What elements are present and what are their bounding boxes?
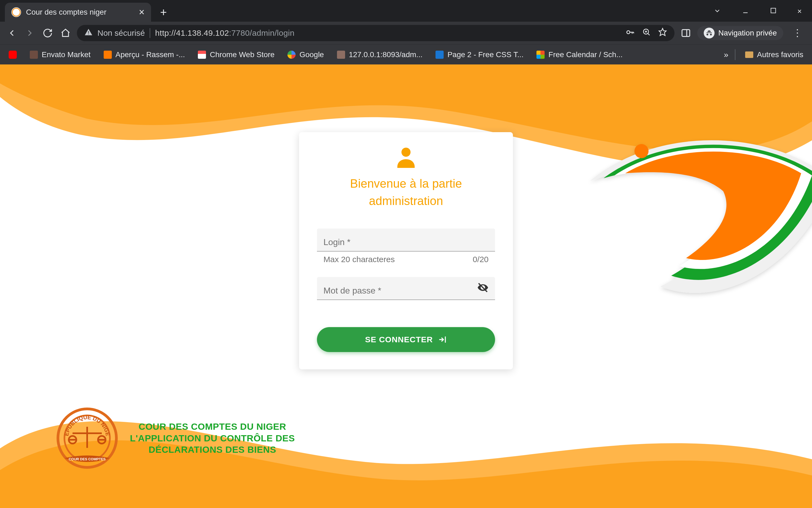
browser-chrome: Cour des comptes niger × + × <box>0 0 812 65</box>
bookmark-label: Chrome Web Store <box>210 50 274 59</box>
submit-label: SE CONNECTER <box>365 335 433 344</box>
browser-tab[interactable]: Cour des comptes niger × <box>5 3 151 22</box>
tabs-dropdown-icon[interactable] <box>709 5 725 19</box>
bookmark-icon <box>287 51 296 59</box>
bookmark-icon <box>337 51 345 59</box>
address-divider <box>150 28 150 38</box>
nav-home-icon[interactable] <box>59 27 72 40</box>
bookmark-label: Google <box>299 50 324 59</box>
security-label: Non sécurisé <box>97 29 145 38</box>
nav-forward-icon[interactable] <box>23 27 36 40</box>
login-counter: 0/20 <box>473 255 489 264</box>
toggle-password-visibility-icon[interactable] <box>477 282 489 294</box>
other-bookmarks-label: Autres favoris <box>757 50 803 59</box>
login-card: Bienvenue à la partieadministration Logi… <box>299 132 513 369</box>
bookmark-label: 127.0.0.1:8093/adm... <box>349 50 422 59</box>
bookmark-label: Page 2 - Free CSS T... <box>447 50 524 59</box>
bookmark-star-icon[interactable] <box>658 28 667 39</box>
new-tab-button[interactable]: + <box>155 4 172 20</box>
flag-ribbon-icon <box>574 135 812 335</box>
browser-toolbar: Non sécurisé http://41.138.49.102:7780/a… <box>0 22 812 44</box>
bookmark-icon <box>536 51 545 59</box>
footer-text: COUR DES COMPTES DU NIGER L'APPLICATION … <box>130 421 295 456</box>
tab-favicon-icon <box>11 7 21 17</box>
bookmark-envato[interactable]: Envato Market <box>27 48 94 61</box>
incognito-icon <box>704 28 715 38</box>
other-bookmarks[interactable]: Autres favoris <box>742 48 807 61</box>
bookmark-label: Envato Market <box>42 50 91 59</box>
youtube-icon <box>9 51 17 59</box>
submit-button[interactable]: SE CONNECTER <box>317 327 495 352</box>
user-icon <box>317 144 495 170</box>
insecure-icon <box>84 28 93 38</box>
incognito-indicator[interactable]: Navigation privée <box>697 26 783 40</box>
side-panel-icon[interactable] <box>679 27 692 40</box>
bookmarks-divider <box>735 49 735 60</box>
official-seal-icon: REPUBLIQUE DU NIGER COUR DES COMPTES <box>56 407 118 469</box>
bookmark-apercu[interactable]: Aperçu - Rassem -... <box>100 48 188 61</box>
bookmark-localhost[interactable]: 127.0.0.1:8093/adm... <box>334 48 426 61</box>
nav-back-icon[interactable] <box>5 27 18 40</box>
address-right-icons <box>625 28 667 39</box>
svg-rect-1 <box>771 8 775 13</box>
zoom-icon[interactable] <box>642 28 651 39</box>
window-minimize-icon[interactable] <box>737 5 754 19</box>
bookmark-freecss[interactable]: Page 2 - Free CSS T... <box>432 48 527 61</box>
password-key-icon[interactable] <box>625 28 634 39</box>
bookmark-freecalendar[interactable]: Free Calendar / Sch... <box>533 48 626 61</box>
bookmark-google[interactable]: Google <box>284 48 327 61</box>
bookmark-icon <box>30 51 38 59</box>
bookmark-label: Free Calendar / Sch... <box>548 50 623 59</box>
bookmark-icon <box>436 51 444 59</box>
svg-line-7 <box>648 33 649 35</box>
bookmark-label: Aperçu - Rassem -... <box>116 50 185 59</box>
page-viewport: Bienvenue à la partieadministration Logi… <box>0 65 812 508</box>
login-hint-row: Max 20 characteres 0/20 <box>317 252 495 264</box>
bookmark-youtube[interactable] <box>5 48 20 61</box>
window-controls: × <box>709 5 806 19</box>
window-maximize-icon[interactable] <box>765 5 781 19</box>
login-arrow-icon <box>438 335 447 344</box>
browser-menu-icon[interactable]: ⋮ <box>788 25 807 41</box>
bookmarks-bar: Envato Market Aperçu - Rassem -... Chrom… <box>0 44 812 65</box>
svg-point-13 <box>634 144 648 158</box>
password-label: Mot de passe * <box>323 286 489 296</box>
svg-rect-11 <box>682 30 690 36</box>
bookmark-icon <box>198 51 206 59</box>
tab-strip: Cour des comptes niger × + <box>0 0 812 22</box>
address-bar[interactable]: Non sécurisé http://41.138.49.102:7780/a… <box>77 25 675 41</box>
incognito-label: Navigation privée <box>718 29 777 37</box>
svg-marker-10 <box>659 28 666 36</box>
login-field[interactable]: Login * <box>317 228 495 252</box>
nav-reload-icon[interactable] <box>41 27 54 40</box>
bookmark-chrome-store[interactable]: Chrome Web Store <box>195 48 278 61</box>
svg-point-14 <box>401 147 411 157</box>
card-title: Bienvenue à la partieadministration <box>317 175 495 210</box>
window-close-icon[interactable]: × <box>793 5 806 19</box>
svg-point-2 <box>627 31 630 34</box>
svg-text:COUR DES COMPTES: COUR DES COMPTES <box>69 457 106 461</box>
password-field[interactable]: Mot de passe * <box>317 277 495 300</box>
tab-title: Cour des comptes niger <box>26 8 134 16</box>
login-label: Login * <box>323 237 489 247</box>
tab-close-icon[interactable]: × <box>139 7 144 17</box>
bookmarks-overflow-icon[interactable]: » <box>724 50 728 59</box>
folder-icon <box>745 51 753 58</box>
url-text: http://41.138.49.102:7780/admin/login <box>155 29 295 38</box>
bookmark-icon <box>104 51 112 59</box>
login-hint: Max 20 characteres <box>323 255 395 264</box>
footer-block: REPUBLIQUE DU NIGER COUR DES COMPTES COU… <box>56 407 295 469</box>
